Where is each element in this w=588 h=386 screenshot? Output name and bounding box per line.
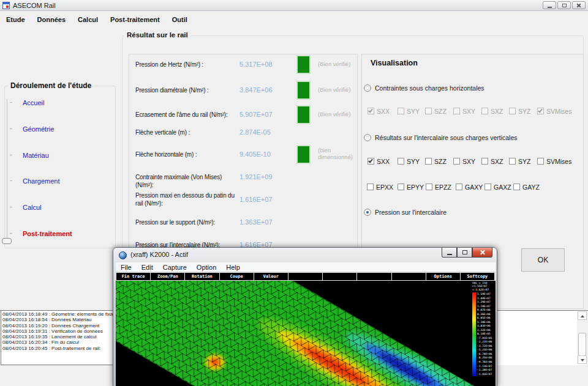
k2000-toolbar-empty[interactable] (357, 273, 391, 280)
checkbox-box (425, 158, 432, 165)
scrollbar-thumb[interactable] (578, 333, 586, 356)
checkbox-box (368, 158, 374, 165)
check-icon (538, 108, 543, 113)
menu-donn-es[interactable]: Données (31, 13, 72, 26)
legend-value: 1.59E+07 (477, 292, 492, 297)
maximize-button[interactable] (557, 1, 571, 9)
sidebar-item-g-om-trie[interactable]: Géométrie (23, 125, 54, 133)
k2000-toolbar-coupe[interactable]: Coupe (220, 273, 254, 280)
k2000-toolbar-empty[interactable] (323, 273, 357, 280)
k2000-menu-capture[interactable]: Capture (158, 264, 192, 271)
sidebar-nav: AccueilGéométrieMatériauChargementCalcul… (4, 86, 116, 248)
fem-mesh-plot (116, 281, 496, 386)
k2000-mesh-canvas[interactable]: VAL = ISO >1.55E+07 < 1.62E+07 1.59E+071… (116, 281, 496, 386)
k2000-close-button[interactable] (472, 248, 492, 258)
log-line: 08/04/2013 16:18:49 : Géometrie: élement… (2, 311, 113, 317)
log-textbox[interactable]: 08/04/2013 16:18:49 : Géometrie: élement… (1, 310, 115, 365)
result-note: (Bien vérifié) (318, 61, 361, 67)
checkbox-box (425, 108, 432, 114)
checkbox-row-contraintes: SXXSYYSZZSXYSXZSYZSVMises (362, 157, 582, 167)
status-indicator (296, 55, 311, 74)
checkbox-label: SXX (377, 108, 390, 115)
menubar: EtudeDonnéesCalculPost-traitementOutil (0, 12, 588, 28)
study-progress-thumb[interactable] (2, 238, 12, 244)
minimize-button[interactable] (543, 1, 556, 9)
close-button[interactable] (572, 1, 586, 9)
checkbox-box (367, 184, 374, 190)
legend-values: 1.59E+071.44E+071.29E+071.14E+079.87E+06… (477, 292, 492, 376)
track-tick (10, 207, 12, 207)
checkbox-label: GAYZ (522, 184, 540, 191)
k2000-titlebar[interactable]: (xraff) K2000 - Actif (113, 248, 497, 262)
maximize-icon (562, 4, 567, 7)
menu-post-traitement[interactable]: Post-traitement (104, 13, 166, 26)
k2000-toolbar-empty[interactable] (392, 273, 426, 280)
sidebar-item-accueil[interactable]: Accueil (23, 99, 44, 106)
window-title: ASECOM Rail (13, 2, 56, 9)
status-indicator (296, 105, 311, 124)
k2000-maximize-button[interactable] (457, 248, 472, 258)
k2000-client-area: FileEditCaptureOptionHelp Fin traceZoom/… (116, 262, 496, 386)
checkbox-label: EPYY (407, 184, 424, 191)
checkbox-label: GAXZ (494, 184, 511, 191)
legend-value: 1.29E+07 (477, 300, 492, 305)
checkbox-label: SVMises (546, 108, 571, 115)
k2000-toolbar-zoom-pan[interactable]: Zoom/Pan (151, 273, 185, 280)
radio-contraintes-horizontales[interactable] (364, 84, 371, 92)
check-icon (368, 108, 373, 113)
result-value: 9.405E-10 (239, 150, 271, 158)
k2000-toolbar-options[interactable]: Options (426, 273, 461, 280)
k2000-toolbar-softcopy[interactable]: Softcopy (461, 273, 495, 280)
sidebar-item-chargement[interactable]: Chargement (23, 177, 60, 185)
result-note: (Bien vérifié) (318, 111, 361, 117)
log-line: 08/04/2013 16:19:20 : Données Chargement (2, 323, 113, 328)
checkbox-label: SXZ (491, 158, 503, 165)
arrow-down-icon (581, 359, 584, 362)
k2000-menu-edit[interactable]: Edit (137, 264, 158, 271)
k2000-menu-file[interactable]: File (116, 264, 137, 271)
checkbox-label: SXY (462, 158, 475, 165)
log-line: 08/04/2013 16:19:35 : Lancement de calcu… (2, 334, 113, 340)
k2000-menu-option[interactable]: Option (192, 264, 221, 271)
menu-calcul[interactable]: Calcul (72, 13, 104, 26)
k2000-title: (xraff) K2000 - Actif (130, 251, 188, 258)
checkbox-box (481, 108, 488, 114)
k2000-toolbar-valeur[interactable]: Valeur (254, 273, 288, 280)
radio-resultats-intercalaire[interactable] (364, 134, 371, 141)
radio-pression-intercalaire[interactable] (364, 209, 371, 216)
scroll-down-button[interactable] (578, 355, 587, 364)
checkbox-row-horizontales: SXXSYYSZZSXYSXZSYZSVMises (362, 107, 582, 117)
screen: ASECOM Rail EtudeDonnéesCalculPost-trait… (0, 0, 588, 386)
minimize-icon (447, 254, 452, 255)
result-value: 1.921E+09 (239, 173, 273, 180)
k2000-menu-help[interactable]: Help (221, 264, 245, 271)
legend-min: < 1.62E+07 (472, 288, 494, 291)
legend-value: 6.85E+06 (477, 316, 492, 321)
ok-button[interactable]: OK (521, 248, 565, 272)
k2000-app-icon (119, 251, 127, 259)
window-controls (543, 1, 586, 9)
menu-etude[interactable]: Etude (0, 13, 31, 26)
result-value: 2.874E-05 (239, 128, 271, 136)
checkbox-label: SXX (377, 158, 390, 165)
k2000-minimize-button[interactable] (442, 248, 457, 258)
checkbox-box (398, 184, 404, 190)
scroll-up-button[interactable] (578, 311, 587, 320)
k2000-menubar: FileEditCaptureOptionHelp (116, 262, 496, 272)
k2000-toolbar-empty[interactable] (288, 273, 323, 280)
radio-label: Contraintes sous charges horizontales (375, 84, 484, 92)
track-tick (10, 155, 12, 155)
k2000-toolbar-fin-trace[interactable]: Fin trace (116, 273, 151, 280)
sidebar-item-post-traitement[interactable]: Post-traitement (23, 230, 72, 237)
result-label: Flèche verticale (m) : (135, 128, 241, 136)
result-note: (Bien vérifié) (318, 86, 361, 93)
checkbox-label: SZZ (434, 158, 447, 165)
sidebar-item-mat-riau[interactable]: Matériau (23, 152, 49, 159)
menu-outil[interactable]: Outil (166, 13, 194, 26)
sidebar-item-calcul[interactable]: Calcul (23, 204, 42, 211)
close-icon (576, 3, 581, 8)
study-steps-title: Déroulement de l'étude (8, 81, 94, 90)
checkbox-label: SYY (407, 158, 420, 165)
output-scrollbar[interactable] (577, 311, 587, 364)
k2000-toolbar-rotation[interactable]: Rotation (185, 273, 219, 280)
